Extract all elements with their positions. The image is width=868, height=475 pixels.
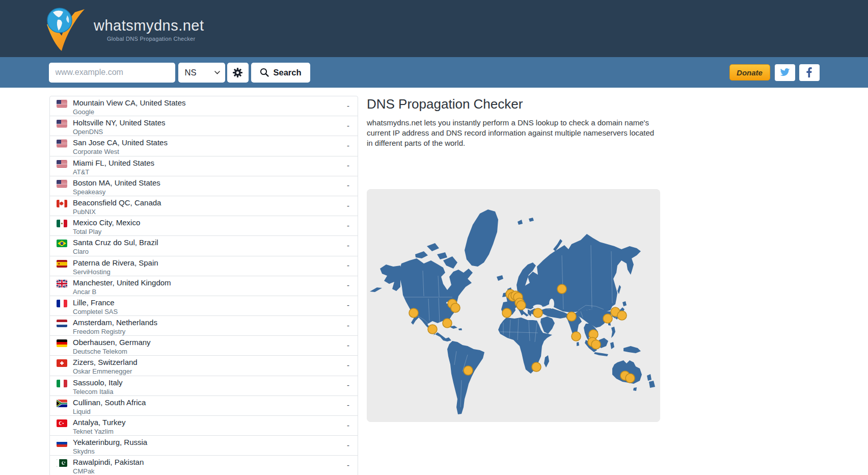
server-result-value: - <box>347 321 349 333</box>
server-location-link[interactable]: Mexico City, Mexico <box>73 218 140 227</box>
server-result-value: - <box>347 461 349 472</box>
ru-flag-icon <box>57 439 67 447</box>
server-location-link[interactable]: Cullinan, South Africa <box>73 398 146 407</box>
server-row: Yekaterinburg, RussiaSkydns- <box>50 436 358 456</box>
server-location-link[interactable]: Holtsville NY, United States <box>73 118 165 127</box>
server-row: Cullinan, South AfricaLiquid- <box>50 396 358 416</box>
server-provider: Deutsche Telekom <box>73 348 151 355</box>
za-flag-icon <box>57 400 67 407</box>
server-location-link[interactable]: Yekaterinburg, Russia <box>73 438 147 447</box>
dns-servers-table: Mountain View CA, United StatesGoogle-Ho… <box>49 96 358 475</box>
record-type-select[interactable]: NS <box>178 63 225 83</box>
map-marker-rawalpindi <box>567 312 576 321</box>
server-location-link[interactable]: Manchester, United Kingdom <box>73 278 171 287</box>
domain-input[interactable] <box>49 63 175 83</box>
gb-flag-icon <box>57 280 67 287</box>
server-result-value: - <box>347 441 349 453</box>
twitter-button[interactable] <box>775 64 795 81</box>
server-row: Beaconsfield QC, CanadaPubNIX- <box>50 196 358 216</box>
main-content: Mountain View CA, United StatesGoogle-Ho… <box>49 96 868 475</box>
server-result-value: - <box>347 201 349 213</box>
server-row: Amsterdam, NetherlandsFreedom Registry- <box>50 316 358 336</box>
map-marker-antalya <box>533 308 542 318</box>
donate-button[interactable]: Donate <box>729 64 770 81</box>
map-marker-sassuolo <box>517 301 526 310</box>
mx-flag-icon <box>57 220 67 227</box>
map-marker-mexico-city <box>428 325 437 334</box>
server-row: Antalya, TurkeyTeknet Yazlim- <box>50 416 358 436</box>
options-button[interactable] <box>227 63 249 83</box>
server-row: San Jose CA, United StatesCorporate West… <box>50 136 358 156</box>
server-row: Mountain View CA, United StatesGoogle- <box>50 96 358 116</box>
server-row: Rawalpindi, PakistanCMPak- <box>50 456 358 475</box>
server-result-value: - <box>347 101 349 113</box>
server-row: Manchester, United KingdomAncar B- <box>50 276 358 296</box>
gear-icon <box>232 67 243 78</box>
server-provider: ServiHosting <box>73 268 158 276</box>
server-location-link[interactable]: Santa Cruz do Sul, Brazil <box>73 238 158 247</box>
server-provider: PubNIX <box>73 208 161 216</box>
logo-globe-check-icon <box>43 5 90 54</box>
server-location-link[interactable]: Miami FL, United States <box>73 159 154 168</box>
server-provider: Speakeasy <box>73 188 160 196</box>
server-result-value: - <box>347 121 349 133</box>
server-row: Boston MA, United StatesSpeakeasy- <box>50 176 358 196</box>
us-flag-icon <box>57 180 67 188</box>
search-button-label: Search <box>274 68 302 77</box>
server-location-link[interactable]: Boston MA, United States <box>73 178 160 188</box>
search-icon <box>260 68 269 77</box>
facebook-button[interactable] <box>799 64 820 81</box>
page-title: DNS Propagation Checker <box>367 97 660 112</box>
es-flag-icon <box>57 260 67 268</box>
server-location-link[interactable]: Amsterdam, Netherlands <box>73 318 157 327</box>
us-flag-icon <box>57 120 67 127</box>
map-marker-miami <box>443 319 452 328</box>
server-location-link[interactable]: Antalya, Turkey <box>73 418 125 427</box>
server-result-value: - <box>347 421 349 433</box>
server-location-link[interactable]: San Jose CA, United States <box>73 138 168 147</box>
page-description: whatsmydns.net lets you instantly perfor… <box>367 118 660 148</box>
server-result-value: - <box>347 241 349 253</box>
server-provider: CMPak <box>73 467 144 475</box>
server-location-link[interactable]: Zizers, Switzerland <box>73 358 138 367</box>
server-location-link[interactable]: Rawalpindi, Pakistan <box>73 458 144 467</box>
map-marker-yekaterinburg <box>557 284 566 294</box>
server-provider: Completel SAS <box>73 308 118 315</box>
de-flag-icon <box>57 339 67 347</box>
server-location-link[interactable]: Lille, France <box>73 298 118 307</box>
about-column: DNS Propagation Checker whatsmydns.net l… <box>367 96 660 475</box>
server-result-value: - <box>347 361 349 373</box>
logo-link[interactable]: whatsmydns.net Global DNS Propagation Ch… <box>43 3 204 54</box>
facebook-icon <box>806 67 812 77</box>
map-marker-australia-2 <box>626 374 635 383</box>
ch-flag-icon <box>57 359 67 367</box>
server-result-value: - <box>347 221 349 233</box>
search-toolbar: NS Search <box>0 57 868 88</box>
brand-tagline: Global DNS Propagation Checker <box>94 36 204 42</box>
map-marker-singapore-2 <box>591 340 601 349</box>
server-location-link[interactable]: Oberhausen, Germany <box>73 338 151 347</box>
map-marker-india-south <box>572 332 581 341</box>
tr-flag-icon <box>57 419 67 427</box>
site-header: whatsmydns.net Global DNS Propagation Ch… <box>0 0 868 57</box>
server-row: Lille, FranceCompletel SAS- <box>50 296 358 316</box>
server-provider: Liquid <box>73 408 146 415</box>
server-provider: Telecom Italia <box>73 388 123 395</box>
server-location-link[interactable]: Paterna de Rivera, Spain <box>73 258 158 268</box>
search-button[interactable]: Search <box>251 63 310 83</box>
server-result-value: - <box>347 181 349 193</box>
server-location-link[interactable]: Mountain View CA, United States <box>73 98 186 108</box>
server-result-value: - <box>347 301 349 312</box>
server-provider: Ancar B <box>73 288 171 296</box>
server-location-link[interactable]: Beaconsfield QC, Canada <box>73 198 161 207</box>
server-row: Santa Cruz do Sul, BrazilClaro- <box>50 236 358 256</box>
server-result-value: - <box>347 341 349 353</box>
server-row: Zizers, SwitzerlandOskar Emmenegger- <box>50 356 358 376</box>
us-flag-icon <box>57 160 67 168</box>
server-result-value: - <box>347 381 349 392</box>
server-location-link[interactable]: Sassuolo, Italy <box>73 378 123 387</box>
server-provider: Claro <box>73 248 158 255</box>
server-row: Paterna de Rivera, SpainServiHosting- <box>50 256 358 276</box>
server-provider: Corporate West <box>73 148 168 155</box>
server-result-value: - <box>347 141 349 153</box>
